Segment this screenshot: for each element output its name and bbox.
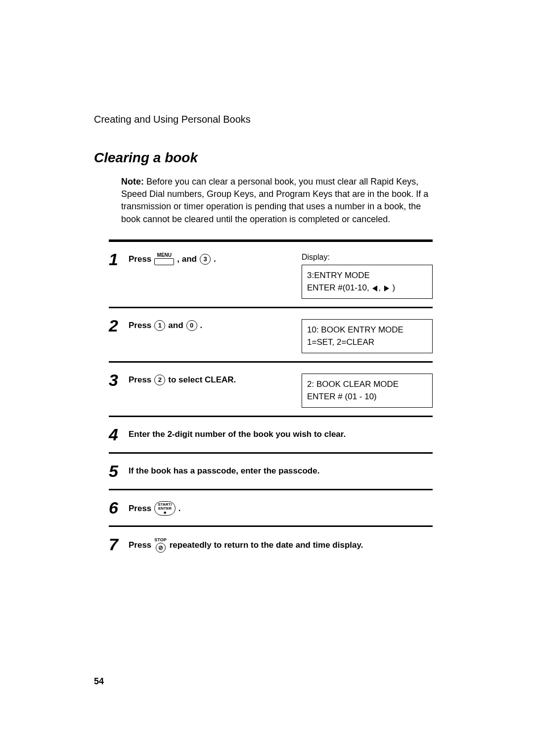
- step-text: Enter the 2-digit number of the book you…: [129, 428, 346, 441]
- page-number: 54: [94, 676, 104, 687]
- step-number: 5: [109, 459, 129, 481]
- rest-text: repeatedly to return to the date and tim…: [170, 539, 363, 552]
- display-area: 10: BOOK ENTRY MODE 1=SET, 2=CLEAR: [302, 319, 433, 353]
- press-text: Press: [129, 319, 151, 332]
- and-text: and: [168, 319, 183, 332]
- step-row-4: 4 Enter the 2-digit number of the book y…: [109, 416, 433, 452]
- note-label: Note:: [121, 177, 144, 187]
- step-number: 7: [109, 532, 129, 554]
- key-1-icon: 1: [154, 320, 165, 331]
- key-3-icon: 3: [200, 254, 211, 265]
- step-number: 4: [109, 422, 129, 444]
- triangle-left-icon: [372, 285, 377, 291]
- step-number: 3: [109, 368, 129, 390]
- step-row-3: 3 Press 2 to select CLEAR. 2: BOOK CLEAR…: [109, 361, 433, 416]
- end-text: .: [214, 253, 216, 266]
- display-box: 10: BOOK ENTRY MODE 1=SET, 2=CLEAR: [302, 319, 433, 353]
- display-line-1: 3:ENTRY MODE: [307, 269, 427, 282]
- display-line-1: 2: BOOK CLEAR MODE: [307, 378, 427, 391]
- start-label-2: ENTER: [158, 507, 172, 511]
- step-row-6: 6 Press START/ ENTER ◈ .: [109, 489, 433, 525]
- triangle-right-icon: [384, 285, 389, 291]
- step-instruction: Press STOP ⊘ repeatedly to return to the…: [129, 538, 433, 553]
- display-area: 2: BOOK CLEAR MODE ENTER # (01 - 10): [302, 374, 433, 408]
- display-line-2c: ): [390, 283, 395, 292]
- step-row-7: 7 Press STOP ⊘ repeatedly to return to t…: [109, 525, 433, 562]
- menu-key-icon: MENU: [154, 253, 174, 265]
- display-line-2: ENTER # (01 - 10): [307, 390, 427, 403]
- breadcrumb: Creating and Using Personal Books: [94, 114, 440, 125]
- display-label: Display:: [302, 253, 433, 262]
- press-text: Press: [129, 374, 151, 386]
- display-line-1: 10: BOOK ENTRY MODE: [307, 324, 427, 336]
- step-instruction: Press START/ ENTER ◈ .: [129, 501, 433, 516]
- press-text: Press: [129, 253, 151, 266]
- and-text: , and: [177, 253, 197, 266]
- step-row-1: 1 Press MENU , and 3 . Display: 3:ENTRY …: [109, 239, 433, 307]
- end-text: .: [178, 502, 181, 515]
- start-diamond-icon: ◈: [158, 511, 172, 514]
- display-box: 3:ENTRY MODE ENTER #(01-10, , ): [302, 265, 433, 299]
- step-number: 6: [109, 495, 129, 518]
- note-text: Before you can clear a personal book, yo…: [121, 177, 428, 224]
- press-text: Press: [129, 502, 151, 515]
- steps-table: 1 Press MENU , and 3 . Display: 3:ENTRY …: [109, 239, 433, 562]
- step-row-2: 2 Press 1 and 0 . 10: BOOK ENTRY MODE 1=…: [109, 307, 433, 361]
- step-row-5: 5 If the book has a passcode, enter the …: [109, 452, 433, 489]
- step-instruction: If the book has a passcode, enter the pa…: [129, 465, 433, 477]
- step-instruction: Press 2 to select CLEAR.: [129, 374, 296, 386]
- stop-circle-icon: ⊘: [156, 543, 166, 553]
- key-0-icon: 0: [186, 320, 197, 331]
- section-title: Clearing a book: [94, 150, 440, 166]
- display-line-2b: ,: [378, 283, 383, 292]
- stop-label: STOP: [154, 538, 166, 542]
- step-text: If the book has a passcode, enter the pa…: [129, 465, 319, 477]
- display-line-2: ENTER #(01-10, , ): [307, 282, 427, 294]
- display-area: Display: 3:ENTRY MODE ENTER #(01-10, , ): [302, 253, 433, 299]
- stop-key-icon: STOP ⊘: [154, 538, 166, 553]
- step-number: 1: [109, 247, 129, 269]
- note-block: Note: Before you can clear a personal bo…: [121, 176, 440, 226]
- display-box: 2: BOOK CLEAR MODE ENTER # (01 - 10): [302, 374, 433, 408]
- end-text: .: [200, 319, 203, 332]
- step-instruction: Press 1 and 0 .: [129, 319, 296, 332]
- step-instruction: Enter the 2-digit number of the book you…: [129, 428, 433, 441]
- rest-text: to select CLEAR.: [168, 374, 236, 386]
- step-number: 2: [109, 313, 129, 335]
- step-instruction: Press MENU , and 3 .: [129, 253, 296, 266]
- menu-label: MENU: [157, 253, 172, 258]
- press-text: Press: [129, 539, 151, 552]
- start-enter-key-icon: START/ ENTER ◈: [154, 501, 175, 516]
- key-2-icon: 2: [154, 375, 165, 385]
- display-line-2: 1=SET, 2=CLEAR: [307, 336, 427, 349]
- display-line-2a: ENTER #(01-10,: [307, 283, 371, 292]
